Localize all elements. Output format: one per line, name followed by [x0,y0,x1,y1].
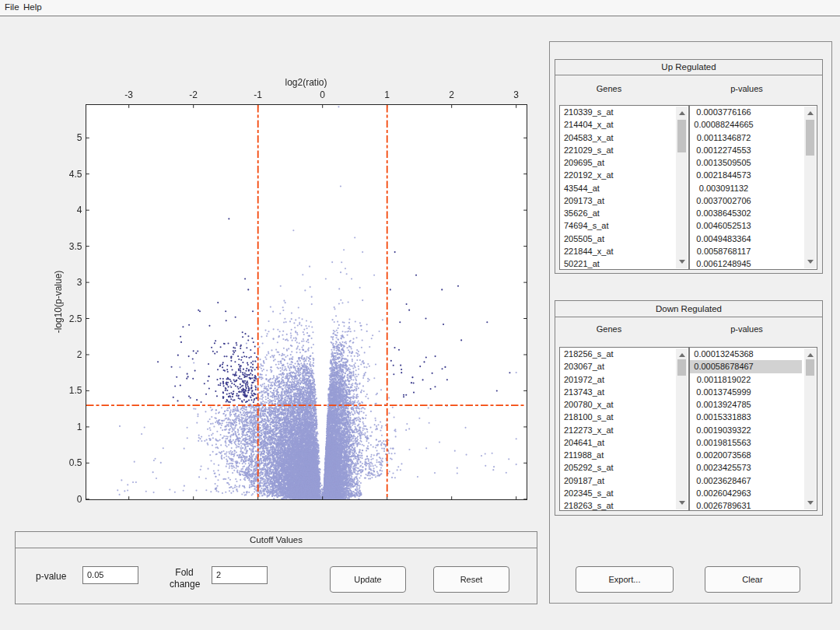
svg-text:-2: -2 [189,89,198,100]
svg-text:1.5: 1.5 [69,385,82,396]
svg-text:1: 1 [384,89,390,100]
svg-text:0: 0 [320,89,325,100]
svg-text:0: 0 [77,494,82,505]
svg-text:3: 3 [77,277,82,288]
svg-text:4: 4 [77,205,82,215]
svg-text:log2(ratio): log2(ratio) [285,77,327,88]
svg-text:4.5: 4.5 [69,169,82,180]
svg-text:-1: -1 [254,89,262,100]
svg-text:2: 2 [449,89,454,100]
svg-text:1: 1 [77,422,82,432]
svg-text:3: 3 [513,89,519,100]
svg-text:5: 5 [77,132,82,143]
svg-text:2.5: 2.5 [69,313,82,324]
svg-text:0.5: 0.5 [69,457,82,468]
svg-text:3.5: 3.5 [69,241,82,252]
svg-text:-3: -3 [124,89,133,100]
svg-text:2: 2 [77,349,82,360]
svg-text:-log10(p-value): -log10(p-value) [53,271,64,334]
